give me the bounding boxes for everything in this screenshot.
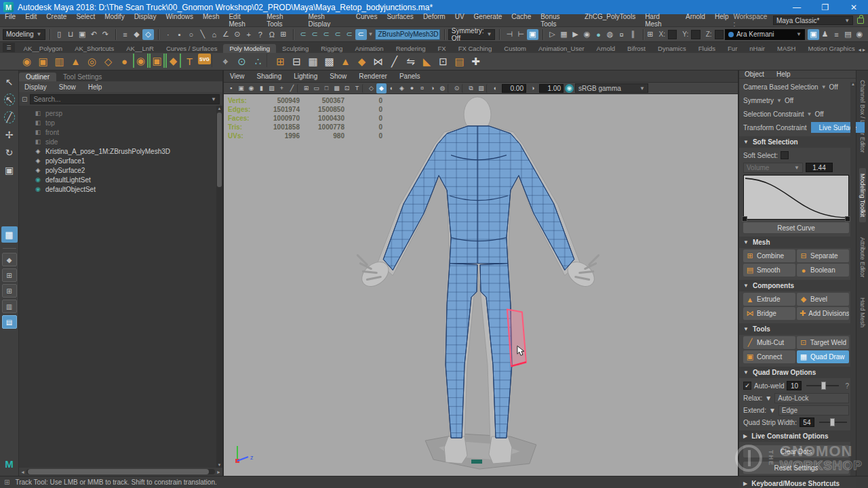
zero-transform-icon[interactable]: ∴ <box>250 54 266 69</box>
select-tool-icon[interactable]: ↖ <box>1 73 18 91</box>
snap-to-point-icon[interactable]: ⊂ <box>321 29 332 40</box>
light-editor-icon[interactable]: ¤ <box>616 29 627 40</box>
input-to-trailing-icon[interactable]: ⊢ <box>515 29 527 40</box>
viewport-canvas[interactable]: Verts: 500949 500367 0 Edges: 1501974 15… <box>224 94 738 476</box>
paint-select-tool-icon[interactable]: ╱ <box>1 108 18 126</box>
snap-to-projected-center-icon[interactable]: ⊂ <box>332 29 344 40</box>
curve-handle-left[interactable] <box>742 216 747 222</box>
snap-origin-icon[interactable]: ⊙ <box>234 54 250 69</box>
mask-misc-icon[interactable]: ? <box>254 29 266 40</box>
keyboard-mouse-shortcuts-header[interactable]: ▶ Keyboard/Mouse Shortcuts <box>739 478 856 488</box>
outliner-item[interactable]: polySurface2 <box>34 165 222 175</box>
menu-item[interactable]: Select <box>71 13 100 28</box>
shelf-tab[interactable]: Rigging <box>315 44 349 53</box>
mask-spheres-icon[interactable]: ⊙ <box>231 29 243 40</box>
quad-strip-width-slider[interactable] <box>819 422 847 423</box>
auto-weld-input[interactable]: 10 <box>787 381 802 390</box>
playblast-icon[interactable]: ▷ <box>547 29 558 40</box>
menu-item[interactable]: Modify <box>100 13 129 28</box>
svg-tool-icon[interactable]: SVG <box>198 54 211 64</box>
live-sphere-icon[interactable]: ◉ <box>133 54 149 68</box>
select-by-hierarchy-icon[interactable]: ≡ <box>119 29 131 40</box>
poly-sphere-icon[interactable]: ◉ <box>19 54 35 69</box>
menu-item[interactable]: Bonus Tools <box>536 13 580 28</box>
component-command-button[interactable]: ✚ Add Divisions <box>797 307 849 320</box>
component-command-button[interactable]: ⋈ Bridge <box>743 307 795 320</box>
y-input[interactable] <box>691 30 700 39</box>
x-input[interactable] <box>668 30 677 39</box>
film-gate-icon[interactable]: ▭ <box>311 83 321 94</box>
field-chart-icon[interactable]: ⊡ <box>342 83 352 94</box>
new-scene-icon[interactable]: ▯ <box>54 29 65 40</box>
menu-item[interactable]: Deform <box>418 13 450 28</box>
resolution-gate-icon[interactable]: □ <box>321 83 332 94</box>
mask-lines-icon[interactable]: ╲ <box>197 29 208 40</box>
save-scene-icon[interactable]: ▣ <box>77 29 88 40</box>
outliner-item[interactable]: persp <box>34 108 222 118</box>
menu-item[interactable]: Hard Mesh <box>640 13 681 28</box>
construction-aim-icon[interactable]: ⌖ <box>218 54 233 69</box>
workspace-selector[interactable]: Maya Classic* ▼ <box>773 16 853 25</box>
view-transform-icon[interactable]: ◉ <box>565 84 574 93</box>
mask-rotations-icon[interactable]: ∠ <box>220 29 231 40</box>
menu-item[interactable]: Create <box>41 13 71 28</box>
gamma-input[interactable]: 1.00 <box>539 84 564 93</box>
symmetry-row[interactable]: Symmetry ▼ Off <box>743 94 849 107</box>
modeling-toolkit-toggle-icon[interactable]: ▣ <box>808 29 819 40</box>
viewport-menu-item[interactable]: Renderer <box>353 73 393 80</box>
shelf-tab[interactable]: Dynamics <box>652 44 692 53</box>
clear-dots-button[interactable]: Clear Dots <box>743 445 849 458</box>
selection-constraint-row[interactable]: Selection Constraint ▼ Off <box>743 107 849 121</box>
falloff-radius-input[interactable]: 1.44 <box>806 163 833 172</box>
live-star-icon[interactable]: ◆ <box>165 54 181 68</box>
shelf-tab[interactable]: FX Caching <box>452 44 498 53</box>
mesh-command-button[interactable]: ▤ Smooth <box>743 264 795 277</box>
gamma-icon[interactable]: ◑ <box>528 83 538 94</box>
filter-icon[interactable]: ⊡ <box>22 96 27 103</box>
outliner-item[interactable]: defaultLightSet <box>34 175 222 184</box>
poly-plane-icon[interactable]: ◇ <box>100 54 116 69</box>
extend-mode-field[interactable]: Edge <box>778 405 849 415</box>
shelf-tab[interactable]: Poly Modeling <box>223 44 276 53</box>
outliner-menu-item[interactable]: Help <box>83 83 108 91</box>
outliner-item[interactable]: polySurface1 <box>34 156 222 165</box>
mesh-command-button[interactable]: ⊞ Combine <box>743 249 795 262</box>
shelf-tab[interactable]: Fluids <box>692 44 722 53</box>
menu-set-selector[interactable]: Modeling▼ <box>3 29 45 40</box>
quadrangulate-icon[interactable]: ▤ <box>452 54 467 69</box>
tab-tool-settings[interactable]: Tool Settings <box>56 73 108 81</box>
shelf-tab[interactable]: MASH <box>771 44 802 53</box>
quad-draw-options-header[interactable]: ▼ Quad Draw Options <box>739 367 856 378</box>
menu-item[interactable]: Edit Mesh <box>224 13 262 28</box>
xray-icon[interactable]: ◇ <box>366 83 376 94</box>
character-controls-toggle-icon[interactable]: ♟ <box>819 29 831 40</box>
shaded-mode-icon[interactable]: ◆ <box>376 83 387 94</box>
paste-view-icon[interactable]: ▧ <box>476 83 486 94</box>
viewport-menu-item[interactable]: Panels <box>393 73 427 80</box>
outliner-item[interactable]: top <box>34 118 222 127</box>
snap-to-curve-icon[interactable]: ⊂ <box>309 29 321 40</box>
menu-item[interactable]: Curves <box>351 13 382 28</box>
toolkit-scrollbar[interactable]: ▲ <box>850 82 856 476</box>
arnold-toggle-icon[interactable]: ◉ <box>854 29 865 40</box>
live-surface-button[interactable]: Live Surface <box>811 122 865 133</box>
poly-cone-icon[interactable]: ▲ <box>68 54 83 69</box>
shelf-tab[interactable]: Bifrost <box>621 44 652 53</box>
outliner-menu-item[interactable]: Show <box>54 83 81 91</box>
shelf-tab[interactable]: Rendering <box>390 44 432 53</box>
viewport-menu-item[interactable]: Shading <box>251 73 288 80</box>
tool-command-button[interactable]: ╱ Multi-Cut <box>743 336 795 349</box>
camera-select-icon[interactable]: ▣ <box>236 83 246 94</box>
soft-selection-header[interactable]: ▼ Soft Selection <box>739 136 856 148</box>
colorspace-selector[interactable]: sRGB gamma ▼ <box>575 83 648 93</box>
side-panel-tab[interactable]: Channel Box / Layer Editor <box>859 75 866 159</box>
bridge-icon[interactable]: ⋈ <box>370 54 386 69</box>
poke-icon[interactable]: ✚ <box>468 54 484 69</box>
mask-hulls-icon[interactable]: ○ <box>185 29 197 40</box>
separate-icon[interactable]: ⊟ <box>289 54 304 69</box>
side-panel-tab[interactable]: Hard Mesh <box>859 292 866 333</box>
viewport-menu-item[interactable]: Lighting <box>288 73 323 80</box>
outliner-search-input[interactable]: Search... ▼ <box>30 94 220 104</box>
reset-curve-button[interactable]: Reset Curve <box>743 222 849 233</box>
lasso-tool-icon[interactable]: ↖ <box>1 91 18 108</box>
